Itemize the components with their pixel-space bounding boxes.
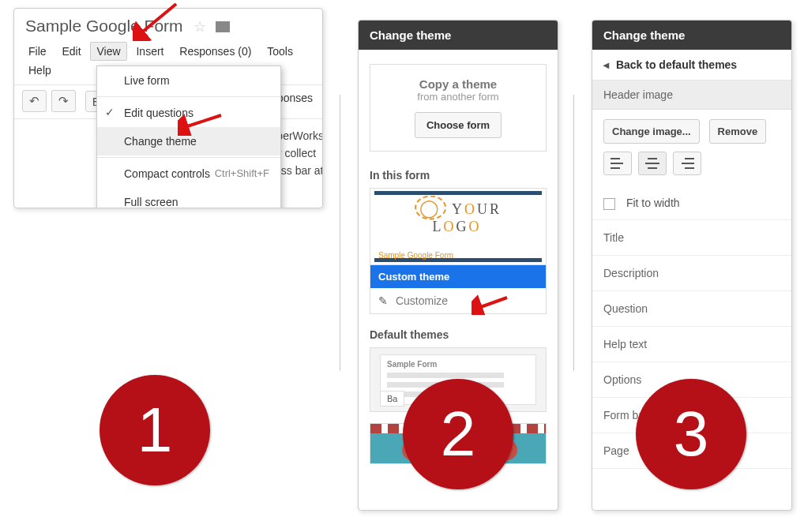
default-theme-title: Sample Form (387, 360, 437, 369)
checkbox[interactable] (603, 198, 615, 210)
view-dropdown: Live form ✓ Edit questions Change theme … (96, 66, 281, 208)
back-button[interactable]: ◂ Back to default themes (592, 50, 791, 81)
folder-icon[interactable] (216, 21, 230, 32)
section-default-themes: Default themes (370, 328, 547, 341)
undo-button[interactable]: ↶ (22, 90, 47, 112)
panel-header: Change theme (592, 21, 791, 50)
thumb-top-border (374, 191, 542, 195)
svg-line-0 (139, 4, 176, 35)
fit-to-width-row[interactable]: Fit to width (592, 187, 791, 220)
customize-label: Customize (396, 294, 448, 307)
menu-help[interactable]: Help (22, 61, 58, 80)
annotation-arrow (178, 112, 225, 136)
divider (340, 95, 340, 371)
menu-file[interactable]: File (22, 42, 53, 61)
menuitem-full-screen[interactable]: Full screen (97, 188, 280, 208)
customize-button[interactable]: ✎ Customize (370, 288, 546, 313)
menuitem-compact-label: Compact controls (124, 167, 210, 180)
redo-button[interactable]: ↷ (51, 90, 76, 112)
menu-edit[interactable]: Edit (55, 42, 87, 61)
align-center-button[interactable] (638, 152, 667, 175)
pencil-icon: ✎ (378, 294, 388, 307)
star-icon[interactable]: ☆ (193, 19, 206, 35)
thumb-subtitle: Sample Google Form (378, 251, 453, 260)
menu-separator (97, 157, 280, 158)
menu-view[interactable]: View (90, 42, 126, 61)
step-badge-1: 1 (100, 375, 210, 485)
menu-separator (97, 96, 280, 97)
align-left-button[interactable] (603, 152, 632, 175)
custom-theme-label: Custom theme (370, 265, 546, 288)
default-theme-label: Ba (380, 391, 404, 406)
section-in-this-form: In this form (370, 169, 547, 182)
choose-form-button[interactable]: Choose form (415, 112, 502, 138)
custom-theme-card[interactable]: ◯ YOUR LOGO Sample Google Form Custom th… (370, 188, 547, 314)
copy-theme-sub: from another form (378, 91, 538, 103)
svg-line-1 (182, 115, 221, 128)
row-question[interactable]: Question (592, 291, 791, 327)
step-badge-3: 3 (636, 379, 746, 489)
copy-theme-title: Copy a theme (378, 77, 538, 91)
panel-header: Change theme (359, 21, 558, 50)
divider (573, 95, 574, 371)
annotation-arrow (472, 294, 511, 315)
menu-insert[interactable]: Insert (130, 42, 170, 61)
menuitem-live-form[interactable]: Live form (97, 66, 280, 95)
remove-image-button[interactable]: Remove (709, 119, 767, 144)
align-right-button[interactable] (673, 152, 701, 175)
logo-placeholder: ◯ YOUR LOGO (415, 197, 502, 234)
copy-theme-box: Copy a theme from another form Choose fo… (370, 64, 547, 152)
row-help-text[interactable]: Help text (592, 327, 791, 362)
change-image-button[interactable]: Change image... (603, 119, 700, 144)
menuitem-compact-controls[interactable]: Compact controls Ctrl+Shift+F (97, 159, 280, 188)
menu-tools[interactable]: Tools (261, 42, 299, 61)
header-image-controls: Change image... Remove (592, 110, 791, 187)
section-header-image: Header image (592, 81, 791, 110)
menuitem-compact-shortcut: Ctrl+Shift+F (215, 167, 269, 179)
annotation-arrow (133, 2, 180, 41)
menu-responses[interactable]: Responses (0) (173, 42, 257, 61)
svg-line-2 (476, 298, 507, 309)
fit-to-width-label: Fit to width (626, 197, 680, 209)
align-buttons (603, 152, 780, 178)
row-title[interactable]: Title (592, 220, 791, 256)
row-description[interactable]: Description (592, 256, 791, 291)
theme-thumbnail: ◯ YOUR LOGO Sample Google Form (370, 189, 546, 265)
check-icon: ✓ (105, 106, 115, 118)
step-badge-2: 2 (403, 379, 513, 489)
chevron-left-icon: ◂ (603, 58, 609, 71)
back-label: Back to default themes (616, 58, 737, 71)
